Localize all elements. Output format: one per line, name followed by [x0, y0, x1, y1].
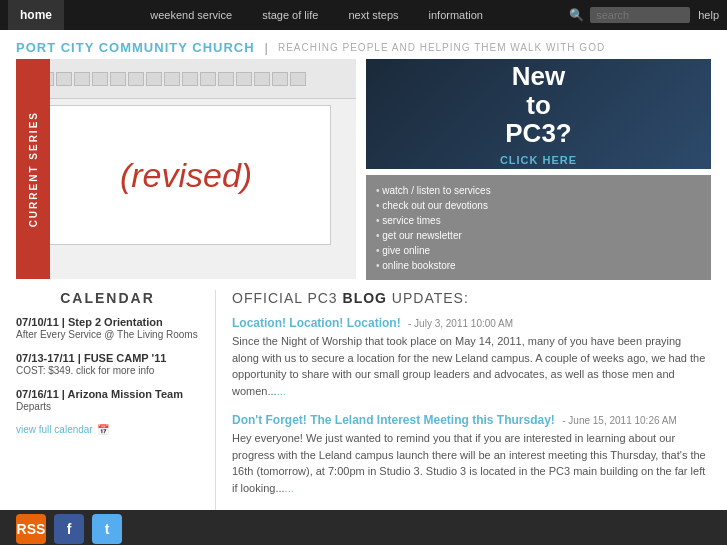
cal-event-2: 07/13-17/11 | FUSE CAMP '11 COST: $349. … [16, 352, 199, 378]
nav-home[interactable]: home [8, 0, 64, 30]
blog-header-suffix: UPDATES: [387, 290, 469, 306]
nav-link-next-steps[interactable]: next steps [348, 9, 398, 21]
calendar-icon: 📅 [97, 424, 109, 435]
quick-links-box: watch / listen to services check out our… [366, 175, 711, 280]
click-here-label[interactable]: CLICK HERE [376, 154, 701, 166]
nav-link-weekend-service[interactable]: weekend service [150, 9, 232, 21]
cal-event-1-desc: After Every Service @ The Living Rooms [16, 328, 199, 342]
quick-link-give[interactable]: give online [376, 243, 701, 258]
word-toolbar [16, 59, 356, 99]
site-tagline: REACHING PEOPLE AND HELPING THEM WALK WI… [278, 42, 605, 53]
footer-row: RSS f t [0, 510, 727, 545]
blog-post-2-title[interactable]: Don't Forget! The Leland Interest Meetin… [232, 413, 555, 427]
quick-link-watch[interactable]: watch / listen to services [376, 183, 701, 198]
site-title: PORT CITY COMMUNITY CHURCH [16, 40, 255, 55]
blog-post-1: Location! Location! Location! - July 3, … [232, 316, 711, 399]
view-full-calendar-link[interactable]: view full calendar 📅 [16, 424, 199, 435]
blog-header-prefix: OFFICIAL PC3 [232, 290, 343, 306]
nav-help[interactable]: help [698, 9, 719, 21]
quick-link-service-times[interactable]: service times [376, 213, 701, 228]
cal-event-2-desc: COST: $349. click for more info [16, 364, 199, 378]
series-label: CURRENT SERIES [16, 59, 50, 279]
blog-header-bold: BLOG [343, 290, 387, 306]
word-screenshot: (revised) [16, 59, 356, 279]
nav-link-information[interactable]: information [429, 9, 483, 21]
search-input[interactable] [590, 7, 690, 23]
revised-text: (revised) [120, 156, 252, 195]
series-label-text: CURRENT SERIES [28, 111, 39, 227]
site-divider: | [265, 40, 268, 55]
calendar-title: CALENDAR [16, 290, 199, 306]
quick-link-bookstore[interactable]: online bookstore [376, 258, 701, 273]
cal-event-3-date: 07/16/11 | Arizona Mission Team [16, 388, 199, 400]
blog-post-2-body: Hey everyone! We just wanted to remind y… [232, 430, 711, 496]
rss-icon[interactable]: RSS [16, 514, 46, 544]
quick-link-devotions[interactable]: check out our devotions [376, 198, 701, 213]
quick-link-newsletter[interactable]: get our newsletter [376, 228, 701, 243]
blog-post-1-body: Since the Night of Worship that took pla… [232, 333, 711, 399]
cal-event-3-desc: Departs [16, 400, 199, 414]
blog-post-2-readmore[interactable]: ... [285, 482, 294, 494]
blog-column: OFFICIAL PC3 BLOG UPDATES: Location! Loc… [216, 290, 711, 510]
word-doc-area: (revised) [42, 105, 331, 245]
facebook-icon[interactable]: f [54, 514, 84, 544]
hero-row: (revised) CURRENT SERIES New to PC3? CLI… [0, 59, 727, 280]
blog-header: OFFICIAL PC3 BLOG UPDATES: [232, 290, 711, 306]
lower-row: CALENDAR 07/10/11 | Step 2 Orientation A… [0, 280, 727, 510]
new-to-pc3-text: New to PC3? [376, 62, 701, 148]
nav-bar: home weekend service stage of life next … [0, 0, 727, 30]
nav-links: weekend service stage of life next steps… [64, 9, 569, 21]
nav-search: 🔍 [569, 7, 690, 23]
cal-event-3: 07/16/11 | Arizona Mission Team Departs [16, 388, 199, 414]
search-icon: 🔍 [569, 8, 584, 22]
blog-post-2: Don't Forget! The Leland Interest Meetin… [232, 413, 711, 496]
quick-links-list: watch / listen to services check out our… [376, 183, 701, 273]
blog-post-1-date: - July 3, 2011 10:00 AM [408, 318, 513, 329]
twitter-icon[interactable]: t [92, 514, 122, 544]
blog-post-1-title[interactable]: Location! Location! Location! [232, 316, 401, 330]
site-header: PORT CITY COMMUNITY CHURCH | REACHING PE… [0, 30, 727, 59]
main-content: PORT CITY COMMUNITY CHURCH | REACHING PE… [0, 30, 727, 510]
nav-link-stage-of-life[interactable]: stage of life [262, 9, 318, 21]
new-to-pc3-banner[interactable]: New to PC3? CLICK HERE [366, 59, 711, 169]
hero-right: New to PC3? CLICK HERE watch / listen to… [366, 59, 711, 280]
blog-post-2-date: - June 15, 2011 10:26 AM [562, 415, 677, 426]
cal-event-1-date: 07/10/11 | Step 2 Orientation [16, 316, 199, 328]
blog-post-1-readmore[interactable]: ... [277, 385, 286, 397]
calendar-column: CALENDAR 07/10/11 | Step 2 Orientation A… [16, 290, 216, 510]
current-series-box[interactable]: (revised) CURRENT SERIES [16, 59, 356, 279]
cal-event-2-date: 07/13-17/11 | FUSE CAMP '11 [16, 352, 199, 364]
cal-event-1: 07/10/11 | Step 2 Orientation After Ever… [16, 316, 199, 342]
